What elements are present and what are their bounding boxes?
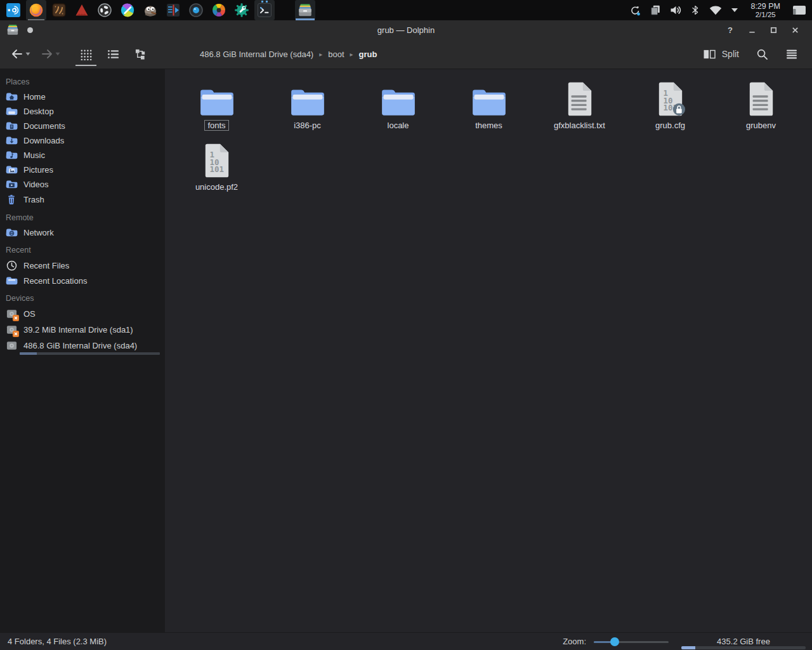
search-button[interactable]: [750, 46, 774, 63]
file-item-label: grub.cfg: [652, 120, 688, 131]
sidebar-item-label: Videos: [23, 180, 49, 189]
clock[interactable]: 8:29 PM 2/1/25: [750, 2, 780, 19]
sidebar-item-home[interactable]: Home: [0, 90, 165, 104]
sidebar-item-os[interactable]: OS: [0, 306, 165, 322]
zoom-slider-handle[interactable]: [610, 637, 619, 646]
split-button[interactable]: Split: [698, 46, 744, 62]
bluetooth-icon[interactable]: [690, 4, 701, 16]
sidebar-item-network[interactable]: Network: [0, 225, 165, 240]
forward-history-caret-icon: [55, 52, 60, 56]
file-item-label: unicode.pf2: [192, 182, 241, 192]
icons-view-button[interactable]: [72, 39, 100, 69]
minimize-button[interactable]: [741, 26, 763, 34]
tree-view-button[interactable]: [127, 39, 154, 69]
gimp-icon: [143, 3, 158, 18]
gimp-taskbar-button[interactable]: [140, 0, 160, 20]
leather-app-icon: [51, 3, 67, 18]
file-item-label: grubenv: [743, 120, 779, 131]
text-file-icon: [747, 76, 776, 117]
breadcrumb-separator-icon: ▸: [319, 51, 322, 58]
clock-date: 2/1/25: [750, 11, 780, 19]
window-indicator-dots: [261, 1, 268, 3]
clipboard-icon[interactable]: [649, 4, 662, 17]
zoom-slider[interactable]: [594, 637, 669, 646]
close-icon: [791, 26, 799, 34]
folder-pictures-icon: [5, 165, 18, 175]
file-item-unicode-pf2[interactable]: 110101unicode.pf2: [171, 137, 262, 199]
trash-icon: [5, 194, 18, 205]
unmount-badge-icon: [13, 315, 19, 321]
red-triangle-app-icon: [74, 3, 89, 18]
wifi-icon[interactable]: [708, 4, 723, 16]
main-toolbar: 486.8 GiB Internal Drive (sda4)▸boot▸gru…: [0, 39, 812, 69]
help-button[interactable]: ?: [719, 25, 741, 35]
file-item-grub-cfg[interactable]: 110101grub.cfg: [625, 76, 716, 137]
file-item-fonts[interactable]: fonts: [171, 76, 262, 137]
titlebar: grub — Dolphin ?: [0, 20, 812, 39]
paint-app-icon: [120, 3, 135, 18]
file-manager-taskbar-button[interactable]: [295, 0, 315, 20]
sidebar-item-documents[interactable]: Documents: [0, 119, 165, 133]
paint-app-taskbar-button[interactable]: [117, 0, 138, 20]
volume-icon[interactable]: [669, 3, 683, 17]
file-item-gfxblacklist-txt[interactable]: gfxblacklist.txt: [534, 76, 625, 137]
unmount-badge-icon: [13, 331, 19, 337]
sidebar-item-recent-locations[interactable]: Recent Locations: [0, 274, 165, 288]
red-triangle-app-taskbar-button[interactable]: [72, 0, 92, 20]
back-button[interactable]: [9, 46, 32, 62]
taskbar: [2, 0, 317, 20]
forward-button[interactable]: [39, 46, 62, 62]
on-all-desktops-button[interactable]: [27, 27, 33, 33]
firefox-taskbar-button[interactable]: [26, 0, 46, 20]
folder-network-icon: [5, 228, 18, 237]
utilities-app-taskbar-button[interactable]: [232, 0, 252, 20]
sidebar-item-label: 486.8 GiB Internal Drive (sda4): [23, 341, 137, 350]
sidebar-item-desktop[interactable]: Desktop: [0, 104, 165, 119]
file-item-themes[interactable]: themes: [443, 76, 534, 137]
file-item-grubenv[interactable]: grubenv: [716, 76, 806, 137]
color-wheel-app-taskbar-button[interactable]: [209, 0, 229, 20]
sidebar-item-music[interactable]: Music: [0, 148, 165, 162]
breadcrumb-segment[interactable]: boot: [328, 50, 344, 59]
folder-view[interactable]: fontsi386-pclocalethemesgfxblacklist.txt…: [165, 69, 812, 632]
binary-file-icon: 110101: [202, 137, 232, 179]
menu-button[interactable]: [780, 46, 803, 62]
maximize-button[interactable]: [763, 26, 784, 34]
lens-app-taskbar-button[interactable]: [186, 0, 206, 20]
folder-icon: [289, 76, 326, 117]
folder-icon: [199, 76, 235, 117]
launcher-taskbar-button[interactable]: [3, 0, 23, 20]
free-space-indicator: 435.2 GiB free: [681, 633, 806, 650]
capacity-bar: [681, 646, 806, 649]
updates-icon[interactable]: [629, 4, 642, 17]
file-item-i386-pc[interactable]: i386-pc: [262, 76, 353, 137]
folder-recent-icon: [5, 276, 18, 286]
obs-taskbar-button[interactable]: [95, 0, 115, 20]
sidebar-item-486-8-gib-internal-drive-sda4-[interactable]: 486.8 GiB Internal Drive (sda4): [0, 338, 165, 355]
list-view-button[interactable]: [100, 39, 127, 69]
terminal-taskbar-button[interactable]: [254, 0, 275, 20]
sidebar-item-pictures[interactable]: Pictures: [0, 162, 165, 177]
window-title: grub — Dolphin: [0, 25, 812, 35]
back-history-caret-icon: [25, 52, 30, 56]
breadcrumb-segment[interactable]: 486.8 GiB Internal Drive (sda4): [200, 50, 313, 59]
folder-videos-icon: [5, 180, 18, 189]
file-item-locale[interactable]: locale: [353, 76, 443, 137]
clock-icon: [5, 260, 18, 271]
close-button[interactable]: [784, 26, 806, 34]
capacity-bar-fill: [681, 646, 695, 649]
expand-tray-icon[interactable]: [730, 7, 739, 13]
breadcrumb-segment[interactable]: grub: [359, 50, 377, 59]
split-view-icon: [703, 49, 716, 60]
folder-icon: [380, 76, 417, 117]
device-usage-bar: [20, 352, 160, 355]
show-desktop-icon[interactable]: [792, 4, 807, 16]
system-tray: 8:29 PM 2/1/25: [629, 2, 807, 19]
sidebar-item-videos[interactable]: Videos: [0, 177, 165, 192]
kdenlive-taskbar-button[interactable]: [163, 0, 183, 20]
leather-app-taskbar-button[interactable]: [49, 0, 69, 20]
sidebar-item-downloads[interactable]: Downloads: [0, 133, 165, 148]
sidebar-item-recent-files[interactable]: Recent Files: [0, 258, 165, 274]
sidebar-item-trash[interactable]: Trash: [0, 192, 165, 208]
sidebar-item-39-2-mib-internal-drive-sda1-[interactable]: 39.2 MiB Internal Drive (sda1): [0, 322, 165, 338]
